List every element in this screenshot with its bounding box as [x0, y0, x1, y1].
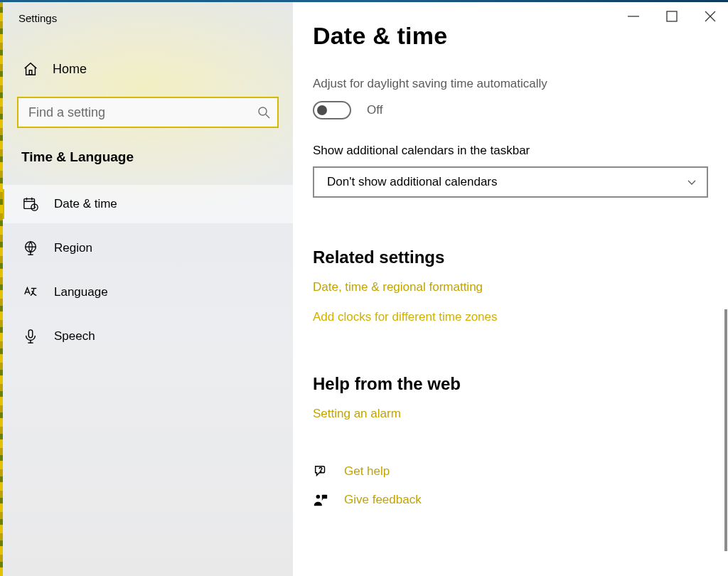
svg-rect-1 — [667, 11, 677, 21]
sidebar-item-label: Date & time — [54, 197, 117, 211]
feedback-person-icon — [313, 492, 328, 508]
search-container — [17, 97, 279, 128]
dst-toggle-row: Off — [313, 101, 728, 119]
calendars-selected: Don't show additional calendars — [327, 175, 498, 189]
sidebar-item-region[interactable]: Region — [3, 229, 293, 267]
window-controls — [627, 10, 717, 23]
dst-toggle[interactable] — [313, 101, 351, 119]
svg-point-20 — [316, 495, 321, 499]
help-chat-icon — [313, 464, 328, 479]
calendar-clock-icon — [23, 196, 38, 212]
window-top-accent — [0, 0, 728, 2]
chevron-down-icon — [687, 177, 697, 187]
svg-rect-7 — [24, 199, 35, 209]
sidebar-item-date-time[interactable]: Date & time — [3, 185, 293, 223]
help-from-web-heading: Help from the web — [313, 374, 728, 394]
sidebar-item-language[interactable]: Language — [3, 273, 293, 311]
home-label: Home — [53, 62, 87, 77]
link-date-time-formatting[interactable]: Date, time & regional formatting — [313, 280, 483, 294]
sidebar-item-home[interactable]: Home — [3, 24, 293, 97]
calendars-label: Show additional calendars in the taskbar — [313, 144, 728, 158]
get-help-link[interactable]: Get help — [313, 464, 728, 479]
page-title: Date & time — [313, 22, 728, 50]
sidebar-item-label: Speech — [54, 329, 95, 343]
svg-line-6 — [266, 114, 269, 118]
minimize-button[interactable] — [627, 10, 640, 23]
maximize-button[interactable] — [665, 10, 678, 23]
sidebar-item-label: Language — [54, 285, 108, 299]
sidebar-item-label: Region — [54, 241, 92, 255]
sidebar: Settings Home Time & Language Date & tim… — [3, 2, 293, 576]
scrollbar[interactable] — [724, 309, 727, 551]
link-add-clocks[interactable]: Add clocks for different time zones — [313, 310, 498, 324]
language-icon — [23, 284, 38, 300]
main-content: Date & time Adjust for daylight saving t… — [293, 2, 728, 576]
svg-point-19 — [320, 471, 321, 471]
sidebar-item-speech[interactable]: Speech — [3, 317, 293, 356]
microphone-icon — [23, 329, 38, 344]
svg-point-5 — [259, 107, 267, 115]
search-icon — [257, 106, 270, 119]
get-help-label: Get help — [344, 464, 390, 479]
related-settings-heading: Related settings — [313, 247, 728, 267]
give-feedback-label: Give feedback — [344, 493, 422, 507]
dst-toggle-state: Off — [367, 103, 382, 117]
dst-label: Adjust for daylight saving time automati… — [313, 77, 728, 91]
svg-rect-4 — [29, 70, 32, 75]
globe-icon — [23, 240, 38, 256]
category-heading: Time & Language — [3, 149, 293, 165]
link-setting-alarm[interactable]: Setting an alarm — [313, 407, 401, 421]
app-title: Settings — [3, 2, 293, 24]
svg-rect-16 — [28, 330, 33, 338]
calendars-dropdown[interactable]: Don't show additional calendars — [313, 166, 708, 198]
home-icon — [23, 61, 38, 77]
close-button[interactable] — [704, 10, 717, 23]
svg-rect-21 — [322, 495, 327, 499]
left-edge-strip — [0, 0, 3, 576]
search-input[interactable] — [17, 97, 279, 128]
give-feedback-link[interactable]: Give feedback — [313, 492, 728, 508]
